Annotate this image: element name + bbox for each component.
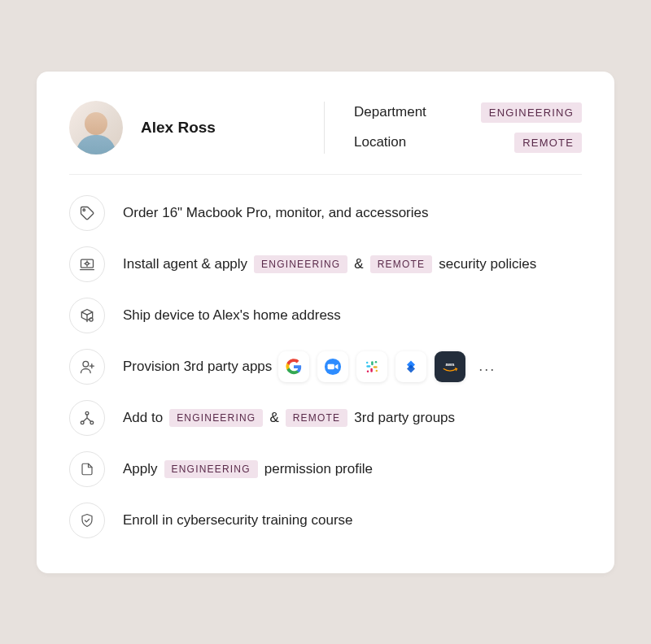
price-tag-icon <box>69 195 105 231</box>
svg-rect-12 <box>374 366 378 368</box>
file-icon <box>69 451 105 487</box>
svg-point-15 <box>375 360 378 363</box>
google-icon <box>278 351 309 382</box>
svg-rect-10 <box>367 365 371 368</box>
sitemap-icon <box>69 400 105 436</box>
engineering-tag: ENGINEERING <box>254 255 347 273</box>
task-label: Provision 3rd party apps <box>123 351 496 382</box>
location-tag: REMOTE <box>514 133 582 153</box>
aws-icon: aws <box>435 351 465 382</box>
remote-tag: REMOTE <box>370 255 433 273</box>
vertical-divider <box>324 102 325 154</box>
task-label: Apply ENGINEERING permission profile <box>123 460 373 478</box>
task-apply-profile: Apply ENGINEERING permission profile <box>69 449 582 490</box>
svg-point-14 <box>366 361 369 363</box>
department-label: Department <box>354 104 426 120</box>
location-label: Location <box>354 134 406 150</box>
task-provision-apps: Provision 3rd party apps <box>69 346 582 387</box>
shield-check-icon <box>69 503 105 538</box>
user-block: Alex Ross <box>69 101 324 154</box>
svg-rect-9 <box>328 363 334 368</box>
department-row: Department ENGINEERING <box>354 102 582 123</box>
svg-point-0 <box>83 209 85 211</box>
more-apps-ellipsis: ... <box>474 358 496 375</box>
svg-point-5 <box>83 361 89 367</box>
user-name: Alex Ross <box>141 119 216 137</box>
svg-text:aws: aws <box>446 362 456 367</box>
user-meta: Department ENGINEERING Location REMOTE <box>354 102 582 153</box>
onboarding-card: Alex Ross Department ENGINEERING Locatio… <box>37 72 614 573</box>
task-enroll-training: Enroll in cybersecurity training course <box>69 500 582 541</box>
svg-point-16 <box>376 369 378 372</box>
task-add-groups: Add to ENGINEERING & REMOTE 3rd party gr… <box>69 398 582 438</box>
svg-rect-11 <box>371 361 374 365</box>
engineering-tag: ENGINEERING <box>164 460 258 478</box>
header: Alex Ross Department ENGINEERING Locatio… <box>69 101 582 175</box>
app-icons-row: aws ... <box>278 351 496 382</box>
avatar <box>69 101 123 154</box>
department-tag: ENGINEERING <box>481 102 582 123</box>
svg-point-3 <box>85 262 88 264</box>
svg-rect-13 <box>371 368 374 372</box>
task-label: Ship device to Alex's home address <box>123 307 341 324</box>
engineering-tag: ENGINEERING <box>169 409 263 427</box>
svg-point-17 <box>367 370 369 372</box>
remote-tag: REMOTE <box>286 409 348 427</box>
location-row: Location REMOTE <box>354 133 582 153</box>
task-list: Order 16" Macbook Pro, monitor, and acce… <box>69 193 582 541</box>
zoom-icon <box>317 351 348 382</box>
laptop-gear-icon <box>69 246 105 282</box>
svg-point-4 <box>90 317 93 320</box>
user-plus-icon <box>69 349 105 385</box>
task-label: Enroll in cybersecurity training course <box>123 512 353 529</box>
task-label: Add to ENGINEERING & REMOTE 3rd party gr… <box>123 409 455 427</box>
task-install-agent: Install agent & apply ENGINEERING & REMO… <box>69 244 582 285</box>
task-order-device: Order 16" Macbook Pro, monitor, and acce… <box>69 193 582 233</box>
task-label: Order 16" Macbook Pro, monitor, and acce… <box>123 205 429 221</box>
package-gear-icon <box>69 298 105 333</box>
slack-icon <box>356 351 387 382</box>
jira-icon <box>395 351 426 382</box>
task-ship-device: Ship device to Alex's home address <box>69 295 582 336</box>
task-label: Install agent & apply ENGINEERING & REMO… <box>123 255 536 273</box>
